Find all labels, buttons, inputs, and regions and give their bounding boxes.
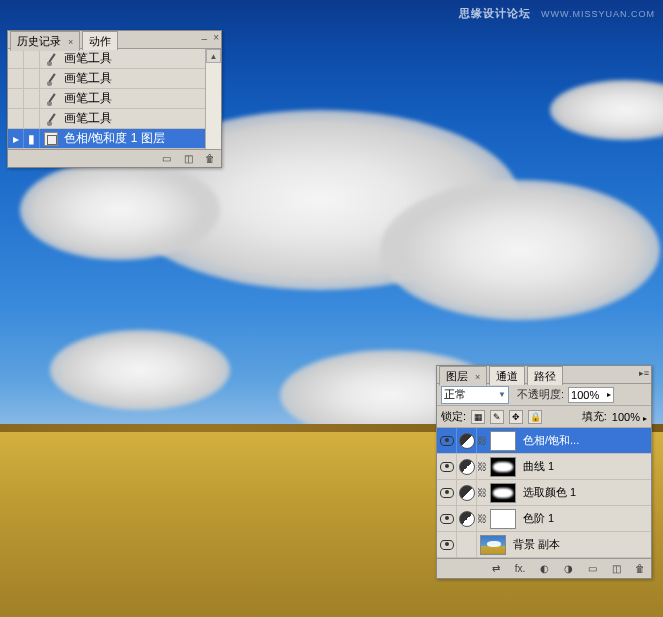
layer-thumbnail[interactable] <box>480 535 506 555</box>
adjustment-icon <box>459 485 475 501</box>
tab-actions-label: 动作 <box>89 35 111 47</box>
layer-mask-thumbnail[interactable] <box>490 509 516 529</box>
history-marker-icon: ▸ <box>8 129 24 148</box>
brush-icon <box>40 72 62 86</box>
tab-actions[interactable]: 动作 <box>82 31 118 50</box>
lock-transparency-icon[interactable]: ▦ <box>471 410 485 424</box>
layers-panel: 图层 × 通道 路径 ▸≡ 正常 ▼ 不透明度: 100% ▸ 锁定: ▦ ✎ … <box>436 365 652 579</box>
link-icon: ⛓ <box>477 461 487 472</box>
history-item[interactable]: 画笔工具 <box>8 69 221 89</box>
layer-effects-icon[interactable]: fx. <box>513 562 527 576</box>
layers-list: ⛓ 色相/饱和... ⛓ 曲线 1 ⛓ 选取颜色 1 ⛓ 色阶 1 <box>437 428 651 558</box>
minimize-icon[interactable]: – <box>201 33 207 44</box>
adjustment-icon-cell <box>457 506 477 531</box>
close-icon[interactable]: × <box>475 372 480 382</box>
delete-layer-icon[interactable]: 🗑 <box>633 562 647 576</box>
scroll-up-icon[interactable]: ▲ <box>206 49 221 63</box>
tab-history[interactable]: 历史记录 × <box>10 31 80 51</box>
history-item[interactable]: ▸ ▮ 色相/饱和度 1 图层 <box>8 129 221 149</box>
history-panel-tabs: 历史记录 × 动作 – × <box>8 31 221 49</box>
new-group-icon[interactable]: ▭ <box>585 562 599 576</box>
layer-row[interactable]: ⛓ 色阶 1 <box>437 506 651 532</box>
adjustment-icon <box>459 459 475 475</box>
scrollbar[interactable]: ▲ <box>205 49 221 149</box>
tab-paths-label: 路径 <box>534 370 556 382</box>
tab-channels-label: 通道 <box>496 370 518 382</box>
opacity-value: 100% <box>571 389 599 401</box>
watermark-text: 思缘设计论坛 <box>459 7 531 19</box>
new-snapshot-icon[interactable]: ◫ <box>181 152 195 166</box>
tab-channels[interactable]: 通道 <box>489 366 525 385</box>
brush-icon <box>40 52 62 66</box>
fill-label: 填充: <box>582 409 607 424</box>
close-icon[interactable]: × <box>213 32 219 43</box>
lock-pixels-icon[interactable]: ✎ <box>490 410 504 424</box>
layer-row[interactable]: ⛓ 色相/饱和... <box>437 428 651 454</box>
eye-icon <box>440 540 454 550</box>
chevron-down-icon: ▼ <box>498 390 506 399</box>
chevron-right-icon: ▸ <box>607 390 611 399</box>
layer-row[interactable]: 背景 副本 <box>437 532 651 558</box>
visibility-toggle[interactable] <box>437 480 457 505</box>
eye-icon <box>440 436 454 446</box>
link-cell <box>457 532 477 557</box>
link-icon: ⛓ <box>477 487 487 498</box>
brush-icon <box>40 92 62 106</box>
history-item-label: 画笔工具 <box>62 50 221 67</box>
history-item-label: 画笔工具 <box>62 110 221 127</box>
lock-position-icon[interactable]: ✥ <box>509 410 523 424</box>
chevron-right-icon: ▸ <box>643 414 647 423</box>
tab-layers[interactable]: 图层 × <box>439 366 487 386</box>
layer-label: 曲线 1 <box>519 459 651 474</box>
new-document-from-state-icon[interactable]: ▭ <box>159 152 173 166</box>
visibility-toggle[interactable] <box>437 506 457 531</box>
visibility-toggle[interactable] <box>437 454 457 479</box>
delete-icon[interactable]: 🗑 <box>203 152 217 166</box>
history-item[interactable]: 画笔工具 <box>8 89 221 109</box>
new-layer-icon[interactable]: ◫ <box>609 562 623 576</box>
eye-icon <box>440 488 454 498</box>
link-layers-icon[interactable]: ⇄ <box>489 562 503 576</box>
blend-mode-select[interactable]: 正常 ▼ <box>441 386 509 404</box>
adjustment-icon-cell <box>457 480 477 505</box>
tab-layers-label: 图层 <box>446 370 468 382</box>
adjustment-icon <box>459 433 475 449</box>
add-mask-icon[interactable]: ◐ <box>537 562 551 576</box>
layer-label: 色相/饱和... <box>519 433 651 448</box>
opacity-input[interactable]: 100% ▸ <box>568 387 614 403</box>
new-adjustment-layer-icon[interactable]: ◑ <box>561 562 575 576</box>
layer-label: 选取颜色 1 <box>519 485 651 500</box>
layer-mask-thumbnail[interactable] <box>490 483 516 503</box>
layer-mask-thumbnail[interactable] <box>490 457 516 477</box>
brush-icon <box>40 112 62 126</box>
visibility-toggle[interactable] <box>437 428 457 453</box>
layer-mask-thumbnail[interactable] <box>490 431 516 451</box>
history-item-label: 画笔工具 <box>62 90 221 107</box>
tab-history-label: 历史记录 <box>17 35 61 47</box>
layer-row[interactable]: ⛓ 选取颜色 1 <box>437 480 651 506</box>
hue-saturation-icon <box>40 132 62 146</box>
layers-footer: ⇄ fx. ◐ ◑ ▭ ◫ 🗑 <box>437 558 651 578</box>
lock-all-icon[interactable]: 🔒 <box>528 410 542 424</box>
layer-label: 背景 副本 <box>509 537 651 552</box>
watermark: 思缘设计论坛 WWW.MISSYUAN.COM <box>459 6 655 21</box>
history-item-label: 色相/饱和度 1 图层 <box>62 130 221 147</box>
tab-paths[interactable]: 路径 <box>527 366 563 385</box>
history-item[interactable]: 画笔工具 <box>8 109 221 129</box>
history-footer: ▭ ◫ 🗑 <box>8 149 221 167</box>
visibility-toggle[interactable] <box>437 532 457 557</box>
panel-menu-icon[interactable]: ▸≡ <box>639 368 649 378</box>
layer-label: 色阶 1 <box>519 511 651 526</box>
close-icon[interactable]: × <box>68 37 73 47</box>
layers-panel-tabs: 图层 × 通道 路径 ▸≡ <box>437 366 651 384</box>
layer-row[interactable]: ⛓ 曲线 1 <box>437 454 651 480</box>
opacity-label: 不透明度: <box>517 387 564 402</box>
history-item[interactable]: 画笔工具 <box>8 49 221 69</box>
snapshot-marker-icon: ▮ <box>24 129 40 148</box>
eye-icon <box>440 462 454 472</box>
adjustment-icon <box>459 511 475 527</box>
history-item-label: 画笔工具 <box>62 70 221 87</box>
fill-input[interactable]: 100% ▸ <box>612 411 647 423</box>
adjustment-icon-cell <box>457 454 477 479</box>
history-panel: 历史记录 × 动作 – × 画笔工具 画笔工具 画笔工具 画笔工具 <box>7 30 222 168</box>
